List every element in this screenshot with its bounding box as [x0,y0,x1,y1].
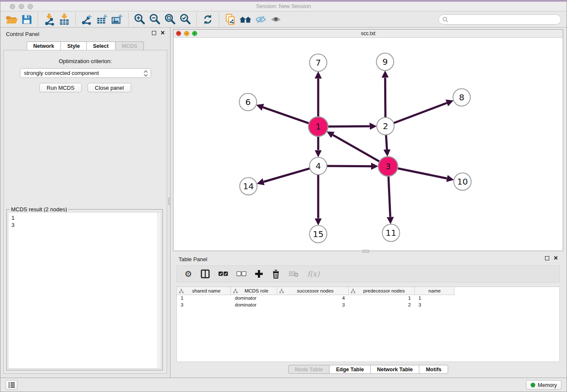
mcds-result-scrollbar[interactable] [157,213,161,368]
search-box [438,14,561,25]
node-14[interactable]: 14 [240,178,257,195]
table-panel: Table Panel ✕ ⚙ [173,253,563,376]
function-builder-icon[interactable]: f(x) [307,270,319,278]
control-panel-title: Control Panel [6,31,39,37]
edge-2-9[interactable] [385,77,385,122]
edge-3-1[interactable] [333,135,385,164]
edge-4-3[interactable] [322,166,371,166]
home-icon[interactable] [238,12,253,27]
svg-text:2: 2 [383,121,388,131]
show-columns-icon[interactable] [201,269,210,279]
svg-text:3: 3 [385,161,391,171]
import-table-icon[interactable] [57,12,72,27]
toolbar-separator [38,13,38,26]
tab-edge-table[interactable]: Edge Table [330,365,371,374]
tab-style[interactable]: Style [61,41,87,50]
zoom-in-icon[interactable] [132,12,147,27]
node-1[interactable]: 1 [308,117,328,136]
node-4[interactable]: 4 [310,157,327,175]
column-header-successor-nodes[interactable]: successor nodes [277,287,349,295]
column-header-MCDS-role[interactable]: MCDS role [231,287,277,295]
add-column-icon[interactable] [255,270,263,278]
delete-table-icon[interactable] [289,271,299,277]
edge-1-6[interactable] [263,107,314,125]
node-2[interactable]: 2 [377,118,394,135]
copy-network-style-icon[interactable] [223,12,238,27]
run-mcds-button[interactable]: Run MCDS [39,83,82,92]
node-9[interactable]: 9 [377,53,394,71]
mcds-result-area[interactable]: 1 3 [8,212,161,369]
select-stepper-icon [143,70,148,77]
mcds-result-group: MCDS result (2 nodes) 1 3 [6,209,163,370]
column-header-shared-name[interactable]: shared name [177,287,231,295]
node-table-header: shared nameMCDS rolesuccessor nodesprede… [177,287,559,295]
table-panel-title: Table Panel [179,256,207,262]
toolbar-separator [196,13,197,26]
save-session-icon[interactable] [19,12,34,27]
task-history-button[interactable] [6,380,17,390]
tab-mcds[interactable]: MCDS [116,41,144,50]
close-panel-button[interactable]: Close panel [88,83,131,92]
table-row[interactable]: 1dominator411 [177,295,559,302]
zoom-selected-icon[interactable] [178,12,193,27]
node-10[interactable]: 10 [454,173,471,190]
node-3[interactable]: 3 [378,157,398,176]
tab-network[interactable]: Network [27,41,61,50]
close-panel-icon[interactable]: ✕ [160,31,165,35]
node-11[interactable]: 11 [383,224,400,242]
memory-status-icon [531,383,535,387]
svg-text:10: 10 [457,177,468,187]
tab-select[interactable]: Select [87,41,116,50]
zoom-out-icon[interactable] [147,12,162,27]
svg-text:4: 4 [316,161,321,171]
table-options-icon[interactable]: ⚙ [184,270,192,278]
tab-network-table[interactable]: Network Table [371,365,420,374]
column-header-predecessor-nodes[interactable]: predecessor nodes [349,287,415,295]
open-session-icon[interactable] [4,12,19,27]
network-view-title: scc.txt [173,30,563,36]
show-graphics-details-icon[interactable] [268,12,284,27]
zoom-fit-icon[interactable] [162,12,178,27]
tab-node-table[interactable]: Node Table [288,365,330,374]
mcds-result-title: MCDS result (2 nodes) [10,206,68,213]
float-table-panel-icon[interactable] [545,256,549,260]
close-table-panel-icon[interactable]: ✕ [553,256,558,260]
search-input[interactable] [449,15,561,24]
hide-graphics-details-icon[interactable] [253,12,268,27]
node-7[interactable]: 7 [310,54,327,72]
node-8[interactable]: 8 [453,89,471,106]
select-all-icon[interactable] [218,271,228,276]
delete-columns-icon[interactable] [272,269,280,279]
export-network-icon[interactable] [79,12,94,27]
node-6[interactable]: 6 [239,94,257,111]
sort-hierarchy-icon [279,289,284,293]
toolbar-separator [128,13,129,26]
optimization-criterion-select[interactable]: strongly connected component [20,68,151,78]
toolbar-separator [219,13,219,26]
node-15[interactable]: 15 [310,226,327,243]
edge-3-10[interactable] [392,167,447,178]
edge-4-14[interactable] [264,167,314,182]
network-view-titlebar: ✕ − + scc.txt [173,30,563,38]
svg-text:1: 1 [316,121,321,132]
edge-2-8[interactable] [389,103,447,124]
refresh-icon[interactable] [200,12,215,27]
network-canvas[interactable]: 7968124314101511 [173,38,563,251]
edge-1-2[interactable] [322,126,370,127]
horizontal-splitter-handle[interactable] [362,250,369,253]
export-table-icon[interactable] [94,12,110,27]
deselect-all-icon[interactable] [237,271,246,276]
optimization-criterion-label: Optimization criterion: [4,58,167,64]
table-toolbar: ⚙ [176,265,560,282]
column-header-name[interactable]: name [415,287,454,295]
table-row[interactable]: 3dominator323 [177,302,559,309]
tab-motifs[interactable]: Motifs [419,365,448,374]
float-panel-icon[interactable] [152,31,156,35]
import-network-icon[interactable] [41,12,57,27]
svg-text:15: 15 [313,229,323,239]
edge-3-11[interactable] [388,171,390,217]
table-panel-header: Table Panel ✕ [173,253,563,265]
export-image-icon[interactable] [110,12,125,27]
memory-button[interactable]: Memory [526,380,561,390]
mcds-panel: Optimization criterion: strongly connect… [3,50,167,374]
